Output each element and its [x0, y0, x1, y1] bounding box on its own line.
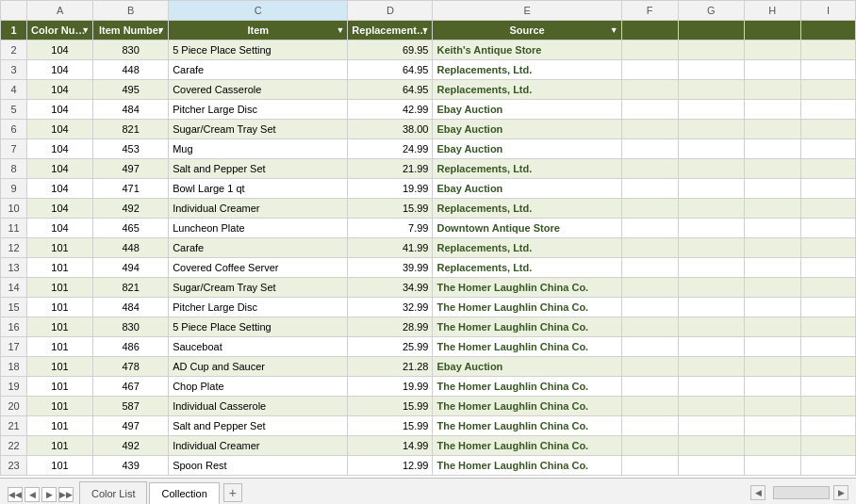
cell-replacement-value[interactable]: 15.99: [348, 199, 433, 219]
cell-item[interactable]: Spoon Rest: [169, 456, 348, 476]
cell-source[interactable]: The Homer Laughlin China Co.: [433, 298, 621, 317]
cell-color-number[interactable]: 101: [27, 258, 93, 278]
cell-item[interactable]: Sauceboat: [169, 337, 348, 357]
cell-color-number[interactable]: 104: [27, 100, 93, 120]
cell-item-number[interactable]: 486: [93, 337, 169, 357]
col-header-C[interactable]: C: [169, 1, 348, 21]
dropdown-arrow-D[interactable]: ▼: [421, 22, 430, 39]
cell-item-number[interactable]: 439: [93, 456, 169, 476]
cell-item-number[interactable]: 821: [93, 278, 169, 298]
cell-color-number[interactable]: 101: [27, 456, 93, 476]
cell-item[interactable]: Carafe: [169, 60, 348, 80]
cell-color-number[interactable]: 101: [27, 337, 93, 357]
tab-nav-last[interactable]: ▶▶: [58, 487, 74, 502]
cell-replacement-value[interactable]: 42.99: [348, 100, 433, 120]
add-sheet-button[interactable]: +: [223, 483, 242, 502]
cell-replacement-value[interactable]: 34.99: [348, 278, 433, 298]
cell-item[interactable]: Covered Coffee Server: [169, 258, 348, 278]
hscroll-left[interactable]: ◀: [750, 485, 765, 500]
cell-item[interactable]: Mug: [169, 139, 348, 159]
cell-item[interactable]: Chop Plate: [169, 377, 348, 397]
cell-source[interactable]: The Homer Laughlin China Co.: [433, 456, 621, 476]
cell-replacement-value[interactable]: 21.99: [348, 159, 433, 179]
cell-source[interactable]: The Homer Laughlin China Co.: [433, 416, 621, 436]
cell-color-number[interactable]: 104: [27, 179, 93, 199]
cell-item-number[interactable]: 465: [93, 219, 169, 238]
col-header-A[interactable]: A: [27, 1, 93, 21]
col-header-H[interactable]: H: [744, 1, 800, 21]
col-header-E[interactable]: E: [433, 1, 621, 21]
cell-item[interactable]: Pitcher Large Disc: [169, 100, 348, 120]
cell-source[interactable]: Downtown Antique Store: [433, 219, 621, 238]
cell-item-number[interactable]: 830: [93, 41, 169, 60]
cell-source[interactable]: Replacements, Ltd.: [433, 159, 621, 179]
cell-source[interactable]: The Homer Laughlin China Co.: [433, 436, 621, 456]
cell-color-number[interactable]: 104: [27, 41, 93, 60]
cell-item[interactable]: Luncheon Plate: [169, 219, 348, 238]
cell-source[interactable]: Replacements, Ltd.: [433, 60, 621, 80]
cell-item[interactable]: 5 Piece Place Setting: [169, 317, 348, 337]
cell-replacement-value[interactable]: 39.99: [348, 258, 433, 278]
cell-replacement-value[interactable]: 7.99: [348, 219, 433, 238]
cell-color-number[interactable]: 101: [27, 238, 93, 258]
cell-replacement-value[interactable]: 19.99: [348, 377, 433, 397]
cell-source[interactable]: Replacements, Ltd.: [433, 80, 621, 100]
tab-collection[interactable]: Collection: [149, 482, 219, 504]
cell-item-number[interactable]: 471: [93, 179, 169, 199]
cell-replacement-value[interactable]: 14.99: [348, 436, 433, 456]
cell-item-number[interactable]: 497: [93, 159, 169, 179]
cell-replacement-value[interactable]: 12.99: [348, 456, 433, 476]
cell-item-number[interactable]: 497: [93, 416, 169, 436]
cell-replacement-value[interactable]: 21.28: [348, 357, 433, 377]
cell-item-number[interactable]: 448: [93, 60, 169, 80]
cell-item[interactable]: Individual Creamer: [169, 436, 348, 456]
cell-source[interactable]: The Homer Laughlin China Co.: [433, 317, 621, 337]
dropdown-arrow-E[interactable]: ▼: [610, 22, 618, 39]
cell-color-number[interactable]: 104: [27, 80, 93, 100]
cell-item[interactable]: Salt and Pepper Set: [169, 159, 348, 179]
tab-nav-prev[interactable]: ◀: [25, 487, 40, 502]
dropdown-arrow-C[interactable]: ▼: [336, 22, 344, 39]
cell-item[interactable]: Individual Casserole: [169, 397, 348, 416]
cell-color-number[interactable]: 104: [27, 219, 93, 238]
cell-source[interactable]: Ebay Auction: [433, 100, 621, 120]
cell-item-number[interactable]: 492: [93, 199, 169, 219]
cell-source[interactable]: Ebay Auction: [433, 357, 621, 377]
cell-color-number[interactable]: 101: [27, 377, 93, 397]
cell-item[interactable]: Pitcher Large Disc: [169, 298, 348, 317]
cell-source[interactable]: Ebay Auction: [433, 120, 621, 139]
cell-replacement-value[interactable]: 15.99: [348, 416, 433, 436]
cell-item-number[interactable]: 830: [93, 317, 169, 337]
cell-item[interactable]: Bowl Large 1 qt: [169, 179, 348, 199]
cell-replacement-value[interactable]: 15.99: [348, 397, 433, 416]
cell-replacement-value[interactable]: 64.95: [348, 60, 433, 80]
cell-source[interactable]: Replacements, Ltd.: [433, 258, 621, 278]
cell-replacement-value[interactable]: 24.99: [348, 139, 433, 159]
cell-color-number[interactable]: 101: [27, 436, 93, 456]
cell-source[interactable]: Ebay Auction: [433, 179, 621, 199]
cell-item-number[interactable]: 467: [93, 377, 169, 397]
header-item-number[interactable]: Item Number ▼: [93, 21, 169, 41]
cell-item-number[interactable]: 587: [93, 397, 169, 416]
cell-source[interactable]: Replacements, Ltd.: [433, 199, 621, 219]
cell-color-number[interactable]: 101: [27, 397, 93, 416]
dropdown-arrow-A[interactable]: ▼: [81, 22, 90, 39]
cell-color-number[interactable]: 104: [27, 60, 93, 80]
cell-item-number[interactable]: 492: [93, 436, 169, 456]
cell-replacement-value[interactable]: 38.00: [348, 120, 433, 139]
col-header-F[interactable]: F: [621, 1, 678, 21]
cell-item-number[interactable]: 484: [93, 100, 169, 120]
cell-item-number[interactable]: 448: [93, 238, 169, 258]
hscroll-right[interactable]: ▶: [833, 485, 848, 500]
cell-item-number[interactable]: 495: [93, 80, 169, 100]
cell-source[interactable]: Ebay Auction: [433, 139, 621, 159]
cell-replacement-value[interactable]: 25.99: [348, 337, 433, 357]
cell-color-number[interactable]: 101: [27, 298, 93, 317]
cell-item-number[interactable]: 478: [93, 357, 169, 377]
horizontal-scrollbar[interactable]: [773, 486, 830, 499]
header-replacement-value[interactable]: Replacement Value ▼: [348, 21, 433, 41]
cell-item-number[interactable]: 484: [93, 298, 169, 317]
cell-item[interactable]: Individual Creamer: [169, 199, 348, 219]
tab-color-list[interactable]: Color List: [79, 481, 147, 504]
tab-nav-first[interactable]: ◀◀: [8, 487, 23, 502]
